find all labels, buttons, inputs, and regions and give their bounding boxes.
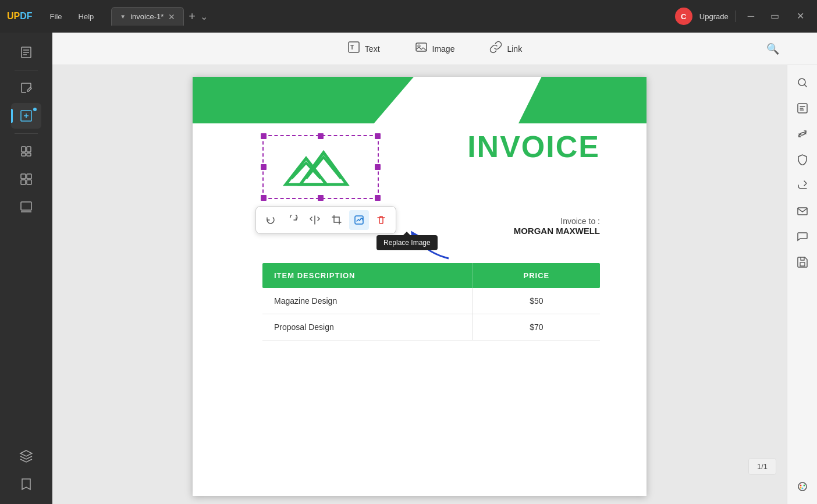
sidebar-divider-1 bbox=[15, 70, 38, 70]
delete-image-button[interactable] bbox=[371, 210, 391, 230]
svg-rect-10 bbox=[27, 174, 31, 179]
replace-image-button[interactable] bbox=[349, 210, 369, 230]
svg-rect-11 bbox=[21, 180, 26, 184]
logo-container[interactable] bbox=[262, 135, 379, 199]
invoice-to-value: MORGAN MAXWELL bbox=[514, 226, 600, 236]
chat-icon[interactable] bbox=[792, 226, 813, 247]
sidebar-item-bookmark[interactable] bbox=[11, 471, 41, 497]
titlebar-right: C Upgrade ─ ▭ ✕ bbox=[675, 8, 810, 25]
replace-image-tooltip: Replace Image bbox=[376, 235, 438, 250]
center-area: T Text Image bbox=[52, 33, 817, 504]
logo-image bbox=[274, 141, 367, 193]
crop-button[interactable] bbox=[327, 210, 347, 230]
toolbar-image-label: Image bbox=[432, 44, 455, 54]
handle-top-mid[interactable] bbox=[318, 133, 324, 139]
invoice-title: INVOICE bbox=[467, 129, 600, 164]
toolbar-text-label: Text bbox=[365, 44, 380, 54]
svg-rect-9 bbox=[21, 174, 26, 179]
close-button[interactable]: ✕ bbox=[791, 9, 810, 23]
titlebar: UPDF File Help ▼ invoice-1* ✕ + ⌄ C Upgr… bbox=[0, 0, 817, 33]
tab-dropdown-icon[interactable]: ▼ bbox=[120, 13, 126, 20]
toolbar: T Text Image bbox=[52, 33, 817, 65]
toolbar-right-icons: 🔍 bbox=[762, 38, 783, 59]
handle-top-right[interactable] bbox=[375, 133, 381, 139]
svg-rect-13 bbox=[21, 202, 31, 210]
handle-bot-left[interactable] bbox=[261, 195, 267, 201]
tab-close-icon[interactable]: ✕ bbox=[168, 13, 175, 21]
link-icon bbox=[489, 41, 502, 56]
toolbar-link[interactable]: Link bbox=[484, 37, 528, 60]
text-icon: T bbox=[347, 41, 360, 56]
palette-icon[interactable] bbox=[792, 476, 813, 497]
invoice-table: ITEM DESCRIPTION PRICE Magazine Design $… bbox=[262, 263, 600, 340]
minimize-button[interactable]: ─ bbox=[743, 9, 759, 23]
search-right-icon[interactable] bbox=[792, 72, 813, 93]
sidebar-item-organize[interactable] bbox=[11, 166, 41, 192]
table-header: ITEM DESCRIPTION PRICE bbox=[262, 263, 600, 288]
svg-rect-24 bbox=[800, 262, 805, 266]
content-area: Replace Image bbox=[52, 65, 787, 504]
svg-point-25 bbox=[798, 482, 807, 491]
svg-point-29 bbox=[800, 487, 801, 489]
tab-add-icon[interactable]: + bbox=[189, 10, 196, 22]
handle-mid-right[interactable] bbox=[375, 164, 381, 170]
sidebar-bottom-icon bbox=[792, 476, 813, 497]
svg-point-28 bbox=[801, 488, 803, 489]
invoice-to-label: Invoice to : bbox=[514, 216, 600, 226]
toolbar-image[interactable]: Image bbox=[409, 37, 461, 60]
invoice-header bbox=[193, 77, 647, 123]
toolbar-text[interactable]: T Text bbox=[342, 37, 386, 60]
sidebar-item-layers[interactable] bbox=[11, 443, 41, 469]
ocr-icon[interactable] bbox=[792, 98, 813, 119]
right-sidebar bbox=[787, 65, 817, 504]
sidebar-item-edit[interactable] bbox=[11, 103, 41, 129]
menu-help[interactable]: Help bbox=[70, 9, 102, 24]
convert-icon[interactable] bbox=[792, 123, 813, 144]
table-row-2: Proposal Design $70 bbox=[262, 314, 600, 340]
table-cell-desc-2: Proposal Design bbox=[262, 314, 473, 340]
protect-icon[interactable] bbox=[792, 149, 813, 170]
sidebar-bottom bbox=[11, 443, 41, 497]
table-cell-price-1: $50 bbox=[473, 288, 600, 314]
content-with-sidebar: Replace Image bbox=[52, 65, 817, 504]
menu-file[interactable]: File bbox=[42, 9, 70, 24]
image-icon bbox=[415, 41, 428, 56]
tab-label: invoice-1* bbox=[130, 12, 164, 21]
svg-rect-8 bbox=[27, 153, 31, 156]
tabs-overflow-icon[interactable]: ⌄ bbox=[200, 11, 208, 22]
active-indicator bbox=[33, 108, 37, 111]
svg-rect-6 bbox=[27, 147, 31, 152]
search-icon[interactable]: 🔍 bbox=[762, 38, 783, 59]
sidebar-divider-2 bbox=[15, 133, 38, 134]
rotate-left-button[interactable] bbox=[261, 210, 280, 230]
email-icon[interactable] bbox=[792, 200, 813, 221]
sidebar-item-pages[interactable] bbox=[11, 139, 41, 164]
table-cell-desc-1: Magazine Design bbox=[262, 288, 473, 314]
handle-mid-left[interactable] bbox=[261, 164, 267, 170]
header-right bbox=[518, 77, 647, 123]
svg-point-27 bbox=[803, 485, 805, 487]
sidebar-item-reader[interactable] bbox=[11, 40, 41, 65]
page-number: 1/1 bbox=[748, 458, 776, 475]
handle-bot-right[interactable] bbox=[375, 195, 381, 201]
flip-button[interactable] bbox=[305, 210, 325, 230]
tab-invoice-1[interactable]: ▼ invoice-1* ✕ bbox=[111, 7, 184, 26]
rotate-right-button[interactable] bbox=[283, 210, 303, 230]
upgrade-button[interactable]: Upgrade bbox=[699, 12, 729, 21]
svg-point-26 bbox=[800, 485, 801, 487]
table-cell-price-2: $70 bbox=[473, 314, 600, 340]
pdf-page: Replace Image bbox=[193, 77, 647, 496]
handle-bot-mid[interactable] bbox=[318, 195, 324, 201]
table-row-1: Magazine Design $50 bbox=[262, 288, 600, 314]
user-avatar: C bbox=[675, 8, 692, 25]
maximize-button[interactable]: ▭ bbox=[766, 9, 784, 23]
sidebar-item-thumbnails[interactable] bbox=[11, 194, 41, 220]
svg-rect-5 bbox=[22, 147, 26, 152]
svg-text:T: T bbox=[350, 44, 354, 51]
svg-rect-7 bbox=[22, 153, 26, 156]
save-icon[interactable] bbox=[792, 251, 813, 272]
left-sidebar bbox=[0, 33, 52, 504]
share-icon[interactable] bbox=[792, 175, 813, 196]
sidebar-item-markup[interactable] bbox=[11, 75, 41, 101]
handle-top-left[interactable] bbox=[261, 133, 267, 139]
